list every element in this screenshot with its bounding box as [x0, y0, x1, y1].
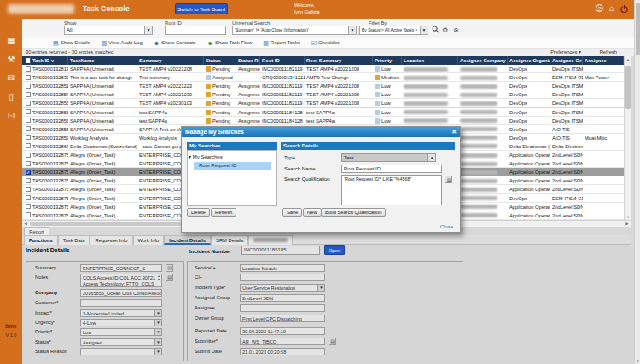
owner-group-field[interactable]: First Level CPC Dispatching: [240, 315, 325, 322]
incident-type-field[interactable]: User Service Restoration: [240, 284, 325, 292]
column-header-status[interactable]: Status: [204, 56, 236, 65]
table-row[interactable]: TAS000013281712SAPP4A (Universal)TEST AM…: [22, 65, 624, 73]
build-search-qualification-button[interactable]: Build Search Qualification: [321, 208, 386, 217]
submitter-field[interactable]: AR_WS_TIBCO: [240, 338, 325, 345]
tab-srm-details[interactable]: SRM Details: [211, 235, 248, 245]
universal-search-input[interactable]: 'Summary' != 'Auto-Close (Information)': [232, 26, 349, 35]
type-select[interactable]: Task: [341, 153, 428, 162]
root-id-input[interactable]: [165, 26, 226, 35]
close-link[interactable]: Close: [440, 224, 453, 229]
service-field[interactable]: Location Module: [240, 264, 325, 272]
show-task-flow-button[interactable]: ☻ Show Task Flow: [207, 40, 253, 46]
priority-dropdown-icon[interactable]: ▼: [154, 328, 162, 336]
toolbox-icon[interactable]: ⚒: [0, 55, 22, 64]
column-header-assignee-company[interactable]: Assignee Company: [458, 56, 508, 65]
save-button[interactable]: Save: [282, 208, 302, 217]
scroll-right-icon[interactable]: ▶: [624, 221, 631, 227]
show-details-button[interactable]: ▤ Show Details: [53, 40, 90, 46]
refresh-button[interactable]: Refresh: [600, 49, 617, 55]
search-icon[interactable]: [432, 26, 439, 36]
scroll-left-icon[interactable]: ◀: [22, 221, 29, 227]
view-audit-log-button[interactable]: ▥ View Audit Log: [102, 40, 143, 46]
column-header-assignee[interactable]: Assignee: [583, 56, 624, 65]
status-reason-field[interactable]: [80, 348, 162, 355]
urgency-dropdown-icon[interactable]: ▼: [154, 319, 162, 326]
summary-field[interactable]: ENTERPRISE_CONNECT_S: [80, 264, 162, 272]
incident-type-dropdown-icon[interactable]: ▼: [317, 284, 325, 292]
filter-by-select[interactable]: By Status > All Active Tasks >: [359, 26, 421, 35]
table-row[interactable]: TAS000013285638SAPP4A (Universal)test SA…: [22, 117, 624, 125]
mail-icon[interactable]: ✉: [0, 73, 22, 83]
status-dropdown-icon[interactable]: ▼: [154, 338, 162, 346]
search-qualification-textarea[interactable]: 'Root Request ID*' LIKE "%4568": [341, 175, 442, 205]
refresh-searches-button[interactable]: Refresh: [211, 208, 236, 217]
help-icon[interactable]: ?: [596, 4, 603, 12]
tree-item-root-request-id[interactable]: Root Request ID: [194, 162, 271, 170]
open-incident-button[interactable]: Open: [324, 245, 345, 255]
page-scroll-down-icon[interactable]: ▼: [635, 359, 640, 363]
filter-by-arrow-icon[interactable]: ▼: [420, 26, 428, 35]
column-header-summary[interactable]: Summary: [137, 56, 204, 65]
tab-report[interactable]: Report: [24, 227, 49, 235]
page-scrollbar[interactable]: ▼: [634, 0, 640, 364]
summary-detail-icon[interactable]: ▤: [166, 264, 173, 272]
table-row[interactable]: TAS000013285623SAPP4A (Universal)test SA…: [22, 108, 624, 117]
checklist-button[interactable]: ☑ Checklist: [311, 40, 340, 46]
show-select-arrow-icon[interactable]: ▼: [144, 26, 153, 35]
scroll-up-icon[interactable]: ▲: [625, 57, 631, 61]
submit-date-field[interactable]: 21.01.2023 00:20:58: [240, 348, 325, 355]
switch-to-task-board-button[interactable]: Switch to Task Board: [175, 3, 228, 14]
search-name-input[interactable]: Root Request ID: [341, 165, 442, 173]
page-scrollbar-thumb[interactable]: [636, 3, 640, 55]
gear-icon[interactable]: ⚙: [442, 26, 448, 35]
impact-dropdown-icon[interactable]: ▼: [154, 309, 162, 317]
submitter-detail-icon[interactable]: ▤: [329, 338, 336, 345]
tree-root-my-searches[interactable]: ▾ My Searches: [189, 153, 223, 159]
type-select-arrow-icon[interactable]: ▼: [428, 153, 436, 162]
notes-detail-icon[interactable]: ▤: [166, 274, 173, 281]
status-reason-dropdown-icon[interactable]: ▼: [154, 348, 162, 355]
delete-button[interactable]: Delete: [187, 208, 210, 217]
column-header-location[interactable]: Location: [402, 56, 458, 65]
tab-functions[interactable]: Functions: [24, 235, 58, 245]
table-row[interactable]: TAS000013285135SAPP4A (Universal)TEST AM…: [22, 82, 624, 90]
show-contacts-button[interactable]: ☻ Show Contacts: [154, 40, 196, 46]
table-vertical-scrollbar[interactable]: ▲ ▼: [624, 56, 631, 220]
tab-task-data[interactable]: Task Data: [58, 235, 90, 245]
customer-field[interactable]: [80, 299, 162, 307]
column-header-root-summary[interactable]: Root Summary: [305, 56, 373, 65]
column-header-status-reason[interactable]: Status Reason: [236, 56, 260, 65]
table-row[interactable]: TAS000013285612SAPP4A (Universal)TEST AM…: [22, 99, 624, 107]
preferences-button[interactable]: Preferences ▾: [550, 49, 581, 55]
tab-redacted[interactable]: [248, 235, 293, 245]
column-header-task-id[interactable]: Task ID ∨: [31, 56, 68, 65]
report-tasks-button[interactable]: ▨ Report Tasks: [263, 40, 300, 46]
ballot-icon[interactable]: ⊡: [0, 111, 22, 120]
notes-scroll-icons[interactable]: ▲▼: [156, 274, 161, 281]
tab-requester-info[interactable]: Requester Info: [90, 235, 132, 245]
column-header-priority[interactable]: Priority: [373, 56, 402, 65]
urgency-field[interactable]: 4-Low: [80, 319, 162, 326]
qualification-detail-icon[interactable]: ▤: [445, 176, 452, 183]
close-icon[interactable]: ✕: [451, 127, 457, 137]
column-header-assignee-organizati-[interactable]: Assignee Organizati...: [508, 56, 550, 65]
assignee-field[interactable]: [240, 304, 325, 312]
assigned-group-field[interactable]: 2ndLevel SDN: [240, 294, 325, 302]
ci-field[interactable]: [240, 274, 325, 281]
priority-field[interactable]: Low: [80, 328, 162, 336]
table-row[interactable]: TAS000013285412SAPP4A (Universal)TEST AM…: [22, 90, 624, 99]
table-row[interactable]: TAS000013283011This is a cus task for ch…: [22, 73, 624, 82]
new-button[interactable]: New: [303, 208, 322, 217]
power-icon[interactable]: [620, 4, 628, 13]
scroll-down-icon[interactable]: ▼: [625, 215, 631, 219]
home-icon[interactable]: ⌂: [609, 3, 614, 13]
column-header-select[interactable]: [22, 56, 31, 65]
tab-incident-details[interactable]: Incident Details: [164, 235, 211, 245]
status-field[interactable]: Assigned: [80, 338, 162, 346]
show-select[interactable]: All: [64, 26, 145, 35]
clear-filter-icon[interactable]: ⊗: [453, 26, 459, 35]
tab-work-info[interactable]: Work Info: [133, 235, 165, 245]
incident-number-field[interactable]: INC000011185185: [241, 246, 320, 255]
company-field[interactable]: 20165855_Ocean Club Condo Assoc: [80, 289, 162, 297]
calendar-icon[interactable]: ▦: [0, 36, 22, 45]
